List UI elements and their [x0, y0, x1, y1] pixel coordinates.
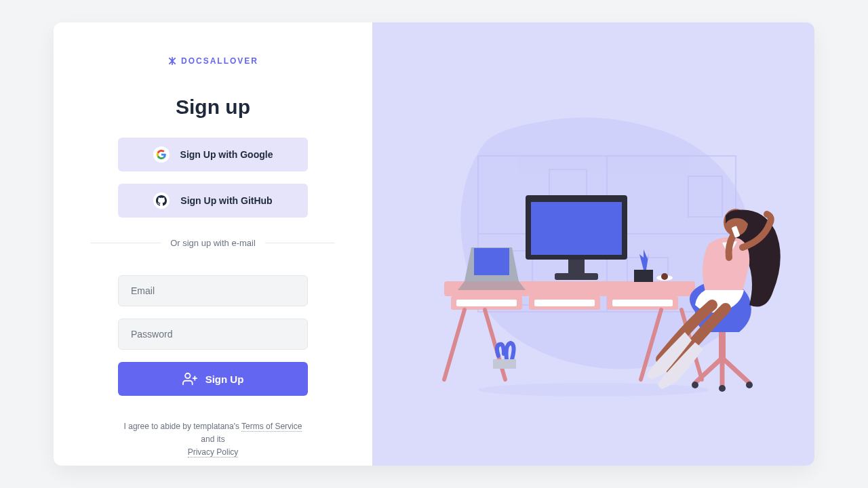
svg-rect-16 — [612, 300, 673, 306]
svg-rect-14 — [534, 300, 595, 306]
brand-icon — [167, 56, 177, 66]
page-title: Sign up — [176, 96, 250, 119]
svg-rect-18 — [531, 202, 622, 255]
svg-rect-12 — [456, 300, 517, 306]
submit-button[interactable]: Sign Up — [118, 362, 308, 396]
brand-logo: DOCSALLOVER — [167, 56, 258, 66]
legal-mid: and its — [201, 434, 224, 444]
google-signup-label: Sign Up with Google — [180, 149, 273, 160]
form-panel: DOCSALLOVER Sign up Sign Up with Google — [54, 22, 372, 466]
svg-marker-23 — [458, 281, 526, 290]
hero-illustration — [403, 88, 783, 400]
user-plus-icon — [182, 371, 197, 386]
legal-prefix: I agree to abide by templatana's — [124, 422, 242, 431]
divider-line — [265, 243, 335, 243]
svg-line-31 — [722, 358, 749, 383]
privacy-link[interactable]: Privacy Policy — [188, 447, 239, 458]
divider-line — [91, 243, 161, 243]
svg-rect-29 — [719, 332, 726, 358]
legal-text: I agree to abide by templatana's Terms o… — [118, 420, 308, 460]
svg-point-34 — [746, 382, 753, 388]
svg-point-26 — [661, 273, 668, 280]
illustration-panel — [372, 22, 814, 466]
submit-label: Sign Up — [205, 373, 244, 385]
email-field[interactable] — [118, 275, 308, 306]
svg-point-0 — [185, 373, 190, 378]
google-icon — [153, 146, 170, 163]
svg-rect-24 — [634, 270, 653, 282]
signup-form: Sign Up I agree to abide by templatana's… — [118, 275, 308, 460]
svg-point-35 — [719, 385, 726, 392]
oauth-buttons: Sign Up with Google Sign Up with GitHub — [118, 138, 308, 218]
svg-rect-22 — [474, 248, 509, 275]
svg-point-33 — [692, 382, 698, 388]
svg-rect-20 — [555, 273, 598, 280]
divider-text: Or sign up with e-mail — [161, 238, 265, 248]
svg-rect-19 — [568, 260, 585, 273]
google-signup-button[interactable]: Sign Up with Google — [118, 138, 308, 171]
github-signup-button[interactable]: Sign Up with GitHub — [118, 184, 308, 218]
svg-rect-27 — [493, 359, 516, 369]
github-icon — [153, 192, 170, 209]
tos-link[interactable]: Terms of Service — [241, 422, 302, 432]
password-field[interactable] — [118, 319, 308, 350]
svg-point-28 — [478, 383, 709, 396]
github-signup-label: Sign Up with GitHub — [180, 195, 272, 206]
signup-card: DOCSALLOVER Sign up Sign Up with Google — [54, 22, 814, 466]
brand-name: DOCSALLOVER — [181, 56, 258, 66]
divider: Or sign up with e-mail — [91, 238, 335, 248]
